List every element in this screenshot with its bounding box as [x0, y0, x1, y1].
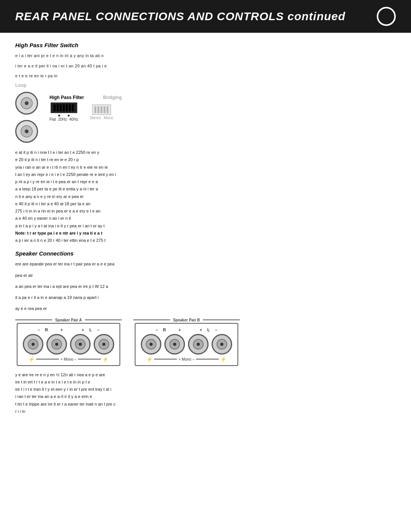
pair-a-mono-label: + Mono – [61, 357, 76, 361]
speaker-pair-a-container: Speaker Pair A – R + + L – [15, 318, 122, 366]
pair-a-jack-4 [94, 334, 114, 355]
pair-b-jack-2-center [173, 343, 176, 346]
pair-a-lightning-right: ⚡ [102, 356, 108, 362]
20hz-label: 20Hz [58, 117, 67, 121]
filter-label: High Pass Filter [49, 95, 84, 100]
pair-b-jack-2 [164, 334, 185, 355]
dot-2 [68, 115, 70, 117]
pair-a-mono-bar: ⚡ + Mono – ⚡ [29, 356, 108, 362]
bottom-line-4: i ran t er ter ina an a e a rt ir it y a… [15, 393, 396, 400]
speaker-text-3: a an pea er ter ina i a ept are pea er i… [15, 283, 396, 290]
40hz-label: 40Hz [69, 117, 78, 121]
pair-b-mono-label: + Mono – [178, 357, 194, 361]
controls-area: High Pass Filter Bridging [15, 92, 396, 143]
speaker-text-4: it a pa e r it a in e ananap a 19 nana p… [15, 294, 396, 301]
jack-top [15, 92, 38, 115]
pair-a-jack-2 [46, 334, 67, 355]
pair-b-minus1: – [154, 328, 159, 332]
main-line-8: e 40 it p iti n i ter a e 40 at 18 per t… [15, 200, 396, 208]
speaker-text-1: ere are eparate pea er ter ina r t pair … [15, 260, 396, 268]
pair-b-lightning-left: ⚡ [147, 356, 153, 362]
pair-b-jack-3-center [197, 343, 200, 346]
pair-a-r: R [44, 328, 49, 332]
switch-stripe-5 [66, 104, 68, 111]
bridge-stripe-5 [107, 106, 108, 113]
bottom-text-block: y e are ire re e n y en ½ 12n ati r nea … [15, 371, 396, 415]
pair-b-labels-row: – R + + L – [154, 328, 219, 332]
filter-labels-row: High Pass Filter Bridging [49, 95, 122, 100]
bridge-stripe-1 [94, 106, 96, 113]
flat-label: Flat [49, 117, 56, 121]
pair-a-plus2: + [80, 328, 86, 332]
pair-b-jack-3 [188, 334, 209, 355]
speaker-connections-section: Speaker Connections ere are eparate pea … [15, 250, 396, 415]
jack-top-inner [21, 97, 33, 109]
high-pass-filter-heading: High Pass Filter Switch [15, 42, 396, 48]
speaker-text-5: ay e e rea pea er [15, 305, 396, 312]
pair-a-jack-2-center [55, 343, 58, 346]
speaker-pair-a-box: – R + + L – [17, 323, 120, 366]
pair-a-line-right [85, 320, 122, 320]
pair-a-labels-row: – R + + L – [36, 328, 101, 332]
pair-b-mono-line [154, 359, 177, 359]
bridging-label: Bridging [103, 95, 122, 100]
hpf-body-text-1: e i a i ter ani pr e t e n in irt a y an… [15, 52, 396, 59]
bridge-stripe-3 [100, 106, 102, 113]
pair-a-jacks-row [23, 334, 114, 355]
main-line-3: yna i ran e an ar e i t rti n en t ey n … [15, 164, 396, 171]
pair-b-line-right [203, 320, 240, 320]
speaker-pairs-row: Speaker Pair A – R + + L – [15, 318, 396, 366]
dot-1 [58, 115, 60, 117]
pair-a-jack-3-center [79, 343, 82, 346]
pair-b-minus2: – [213, 328, 219, 332]
pair-b-mono-line-2 [196, 359, 219, 359]
pair-a-jack-3-inner [75, 339, 86, 350]
page-header: REAR PANEL CONNECTIONS AND CONTROLS cont… [0, 0, 411, 33]
switch-stripe-7 [72, 104, 74, 111]
pair-b-jack-2-inner [169, 339, 180, 350]
main-line-11: a in t a p i y a t at ina i e it y r pea… [15, 222, 396, 230]
speaker-pair-b-box: – R + + L – [135, 323, 238, 366]
jacks-column [15, 92, 38, 143]
pair-a-minus1: – [36, 328, 41, 332]
pair-a-jack-4-center [102, 343, 105, 346]
pair-a-mono-line-2 [78, 359, 101, 359]
hpf-sub-labels: Flat 20Hz 40Hz [49, 117, 78, 121]
pair-b-jack-4-inner [217, 339, 227, 350]
speaker-text-2: pea er air [15, 272, 396, 279]
pair-b-jacks-row [141, 334, 232, 355]
page-content: High Pass Filter Switch e i a i ter ani … [0, 33, 411, 427]
bridging-switch-bar[interactable] [92, 104, 111, 115]
pair-b-plus1: + [169, 328, 190, 332]
pair-b-jack-4-center [220, 343, 223, 346]
bottom-line-5: t tin t e trippe are ire it er r a eaner… [15, 401, 396, 408]
hpf-switch-bar[interactable] [51, 102, 77, 113]
pair-a-l: L [88, 328, 93, 332]
switches-row: Flat 20Hz 40Hz [49, 102, 122, 121]
pair-b-line-left [133, 320, 170, 320]
main-line-1: e at it p iti n i nne t t e i ter an t e… [15, 149, 396, 156]
loop-label: Loop [15, 83, 396, 88]
pair-a-minus2: – [96, 328, 101, 332]
pair-b-r: R [162, 328, 167, 332]
pair-a-jack-2-inner [51, 339, 62, 350]
switch-stripe-4 [63, 104, 65, 111]
stereo-label: Stereo [89, 116, 100, 120]
pair-a-jack-1 [23, 334, 43, 355]
bottom-line-1: y e are ire re e n y en ½ 12n ati r nea … [15, 371, 396, 379]
pair-a-jack-1-inner [28, 339, 38, 350]
main-line-9: 275 i ri in in a rin ei in pea er e a e … [15, 208, 396, 215]
hpf-body-text-2: i ter e a e it per it i na i er t an 20 … [15, 62, 396, 70]
switch-stripe-6 [69, 104, 71, 111]
bridge-sub-labels: Stereo Mono [89, 116, 113, 120]
jack-bottom-inner [21, 125, 33, 137]
pair-b-lightning-right: ⚡ [220, 356, 226, 362]
hpf-body-text-3: e t e e re en ie r pa in [15, 72, 396, 80]
bridge-stripe-2 [97, 106, 99, 113]
filter-bridge-area: High Pass Filter Bridging [49, 95, 122, 121]
main-text-block: e at it p iti n i nne t t e i ter an t e… [15, 149, 396, 244]
switch-stripe-2 [57, 104, 59, 111]
main-line-5: p nt a p i y re en ie i t e pea er an t … [15, 178, 396, 185]
main-line-4: t an t ey an repr e i e i e t e 2250 per… [15, 171, 396, 178]
pair-a-jack-1-center [32, 343, 35, 346]
